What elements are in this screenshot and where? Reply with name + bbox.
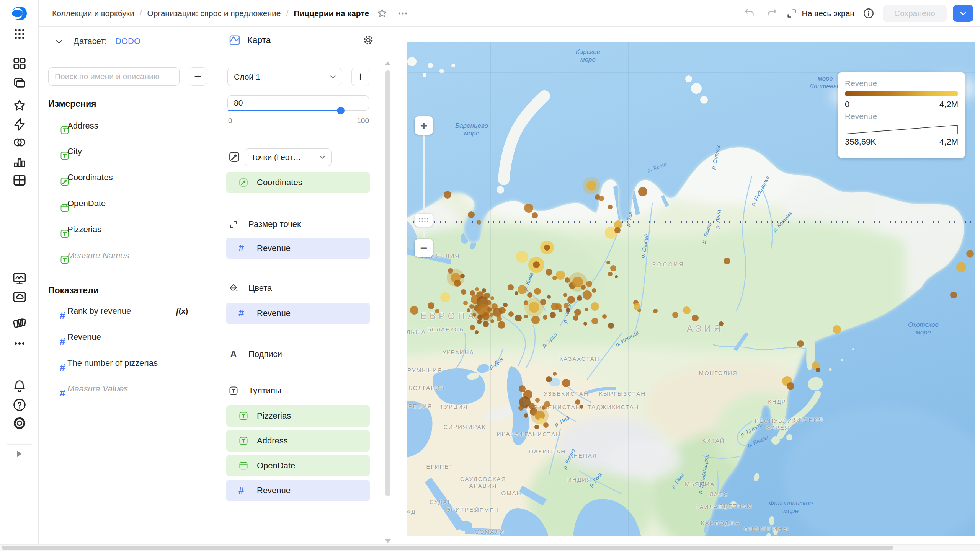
map-bubble[interactable]	[428, 302, 434, 309]
map-bubble[interactable]	[524, 204, 533, 213]
placed-field-revenue[interactable]: #Revenue	[226, 238, 370, 259]
breadcrumb-collections[interactable]: Коллекции и воркбуки	[52, 9, 134, 18]
placed-field-opendate[interactable]: OpenDate	[226, 455, 370, 476]
map-bubble[interactable]	[556, 271, 565, 280]
map-bubble[interactable]	[583, 322, 587, 326]
chart-settings-gear-icon[interactable]	[363, 34, 374, 46]
map-bubble[interactable]	[956, 262, 966, 272]
map-bubble[interactable]	[540, 299, 546, 305]
map-bubble[interactable]	[608, 205, 612, 209]
map-bubble[interactable]	[482, 312, 490, 320]
map-bubble[interactable]	[583, 290, 592, 300]
horizontal-scrollbar[interactable]	[0, 544, 980, 551]
map-bubble[interactable]	[477, 320, 482, 324]
undo-icon[interactable]	[742, 5, 758, 21]
map-bubble[interactable]	[591, 318, 598, 324]
more-ellipsis-icon[interactable]	[395, 6, 410, 21]
map-bubble[interactable]	[586, 181, 596, 191]
map-bubble[interactable]	[574, 309, 581, 316]
chart-type-label[interactable]: Карта	[247, 26, 271, 54]
map-bubble[interactable]	[614, 227, 621, 233]
map-bubble[interactable]	[410, 306, 418, 315]
horizontal-scrollbar-thumb[interactable]	[2, 546, 893, 550]
map-bubble[interactable]	[543, 422, 549, 428]
redo-icon[interactable]	[764, 5, 780, 21]
nav-datasets-icon[interactable]	[11, 134, 28, 151]
map-bubble[interactable]	[602, 314, 607, 319]
map-bubble[interactable]	[553, 372, 557, 376]
map-bubble[interactable]	[563, 293, 567, 297]
save-button[interactable]: Сохранено	[883, 5, 947, 22]
map-bubble[interactable]	[546, 376, 552, 382]
dimension-field-opendate[interactable]: OpenDate	[38, 194, 212, 213]
chevron-down-icon[interactable]	[54, 36, 64, 47]
map-bubble[interactable]	[573, 315, 578, 321]
nav-collections-icon[interactable]	[11, 75, 28, 92]
map-bubble[interactable]	[543, 315, 547, 320]
placed-field-address[interactable]: Address	[226, 430, 370, 452]
map-bubble[interactable]	[535, 398, 540, 403]
save-menu-button[interactable]	[953, 5, 973, 22]
measure-field-revenue[interactable]: #Revenue	[38, 328, 212, 346]
map-bubble[interactable]	[518, 285, 527, 294]
map-bubble[interactable]	[555, 303, 562, 310]
breadcrumb-workbook[interactable]: Организации: спрос и предложение	[147, 9, 281, 18]
nav-more-icon[interactable]	[11, 335, 28, 352]
map-bubble[interactable]	[435, 309, 439, 313]
favorite-star-icon[interactable]	[374, 6, 390, 21]
map-bubble[interactable]	[581, 285, 586, 290]
panel-scroll-up[interactable]	[385, 62, 391, 65]
measure-field-rank-by-revenue[interactable]: #Rank by revenuef(x)	[38, 302, 212, 320]
map-bubble[interactable]	[638, 187, 647, 196]
dataset-name-link[interactable]: DODO	[115, 26, 140, 56]
map-bubble[interactable]	[585, 308, 588, 311]
map-bubble[interactable]	[719, 321, 724, 326]
layer-opacity-input[interactable]: 80	[227, 95, 369, 111]
map-bubble[interactable]	[653, 309, 658, 313]
map-bubble[interactable]	[724, 258, 730, 264]
nav-favorites-icon[interactable]	[11, 97, 28, 114]
map-bubble[interactable]	[497, 316, 502, 321]
map-bubble[interactable]	[508, 311, 514, 317]
map-zoom-in-button[interactable]: +	[415, 116, 433, 135]
map-bubble[interactable]	[499, 307, 506, 314]
nav-storage-icon[interactable]	[11, 289, 28, 305]
map-bubble[interactable]	[592, 288, 596, 293]
measure-field-the-number-of-pizzerias[interactable]: #The number of pizzerias	[38, 354, 212, 372]
placed-field-revenue[interactable]: #Revenue	[226, 480, 370, 501]
map-bubble[interactable]	[615, 275, 618, 278]
map-bubble[interactable]	[461, 289, 466, 295]
map-bubble[interactable]	[580, 405, 583, 409]
map-bubble[interactable]	[467, 308, 470, 312]
nav-charts-icon[interactable]	[11, 153, 28, 170]
map-bubble[interactable]	[634, 303, 640, 310]
map-bubble[interactable]	[544, 245, 550, 251]
geotype-select[interactable]: Точки (Геот…	[245, 148, 332, 166]
map-bubble[interactable]	[531, 316, 540, 324]
map-bubble[interactable]	[460, 274, 465, 278]
map-bubble[interactable]	[516, 251, 528, 263]
map-bubble[interactable]	[787, 382, 794, 390]
nav-dashboards-icon[interactable]	[11, 55, 28, 72]
dimension-field-pizzerias[interactable]: Pizzerias	[38, 220, 212, 239]
map-bubble[interactable]	[672, 312, 678, 318]
map-bubble[interactable]	[490, 296, 494, 300]
nav-tables-icon[interactable]	[11, 172, 28, 189]
map-bubble[interactable]	[692, 315, 699, 321]
map-bubble[interactable]	[950, 292, 957, 298]
map-bubble[interactable]	[567, 296, 575, 303]
map-bubble[interactable]	[490, 319, 494, 323]
search-input[interactable]	[48, 67, 180, 86]
help-icon[interactable]	[11, 396, 28, 413]
datalens-logo-icon[interactable]	[7, 4, 31, 23]
add-field-button[interactable]	[189, 67, 207, 86]
opacity-slider-track[interactable]	[228, 110, 341, 111]
map-bubble[interactable]	[534, 425, 539, 429]
map-bubble[interactable]	[546, 269, 552, 276]
dataset-header[interactable]: Датасет: DODO	[38, 26, 218, 56]
map-bubble[interactable]	[833, 325, 841, 334]
map-canvas[interactable]: Карское мореморе ЛаптевыхБаренцево мореО…	[407, 42, 975, 536]
map-bubble[interactable]	[683, 306, 691, 314]
map-bubble[interactable]	[503, 303, 508, 307]
map-bubble[interactable]	[550, 312, 556, 318]
